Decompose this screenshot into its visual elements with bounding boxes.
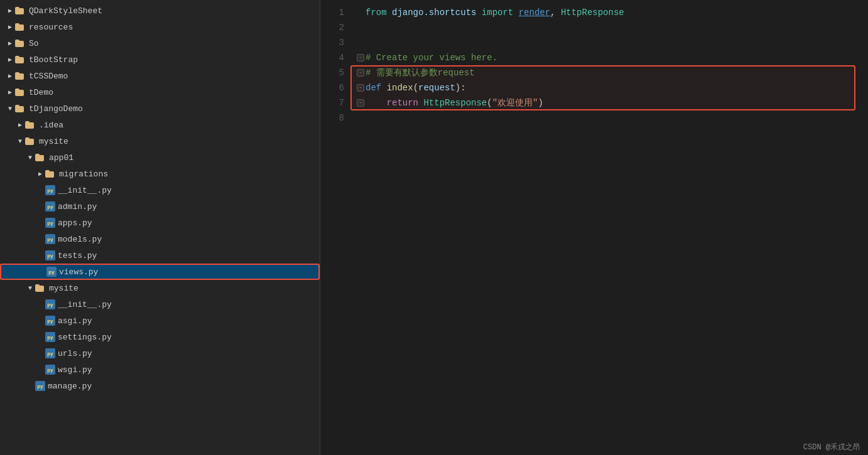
tree-item-migrations[interactable]: migrations bbox=[0, 166, 320, 182]
tree-arrow-So bbox=[5, 38, 15, 48]
py-icon-apps: py bbox=[45, 218, 55, 228]
tree-item-QDarkStyleSheet[interactable]: QDarkStyleSheet bbox=[0, 3, 320, 19]
line-number-1: 1 bbox=[320, 5, 344, 20]
folder-icon-migrations bbox=[45, 168, 57, 179]
token bbox=[366, 98, 387, 108]
tree-label-manage: manage.py bbox=[48, 382, 92, 391]
tree-arrow-migrations bbox=[35, 169, 45, 179]
fold-indicator-4[interactable]: - bbox=[357, 54, 364, 62]
tree-item-__init__mysite[interactable]: py__init__.py bbox=[0, 296, 320, 313]
tree-item-So[interactable]: So bbox=[0, 35, 320, 51]
folder-icon-tDemo bbox=[15, 87, 26, 98]
fold-indicator-5[interactable]: - bbox=[357, 69, 364, 77]
code-line-8 bbox=[357, 110, 868, 126]
line-number-5: 5 bbox=[320, 65, 344, 80]
line-number-8: 8 bbox=[320, 110, 344, 126]
py-icon-models: py bbox=[45, 234, 55, 244]
file-tree[interactable]: QDarkStyleSheetresourcesSotBootStraptCSS… bbox=[0, 0, 320, 455]
py-icon-settings: py bbox=[45, 332, 55, 342]
line-number-6: 6 bbox=[320, 80, 344, 95]
tree-label-mysite_root: mysite bbox=[39, 137, 68, 146]
tree-item-tests[interactable]: pytests.py bbox=[0, 247, 320, 264]
tree-label-tDemo: tDemo bbox=[29, 88, 53, 97]
folder-icon-tCSSDemo bbox=[15, 70, 26, 82]
py-icon-admin: py bbox=[45, 201, 55, 211]
code-line-3 bbox=[357, 35, 868, 50]
tree-label-tBootStrap: tBootStrap bbox=[29, 55, 78, 65]
folder-icon-idea bbox=[25, 119, 36, 131]
tree-item-models[interactable]: pymodels.py bbox=[0, 231, 320, 247]
tree-label-tCSSDemo: tCSSDemo bbox=[29, 72, 68, 81]
tree-label-models: models.py bbox=[58, 235, 102, 244]
tree-item-tBootStrap[interactable]: tBootStrap bbox=[0, 51, 320, 68]
tree-label-admin: admin.py bbox=[58, 202, 97, 211]
tree-label-__init__mysite: __init__.py bbox=[58, 300, 112, 309]
tree-item-urls[interactable]: pyurls.py bbox=[0, 345, 320, 361]
tree-arrow-app01 bbox=[25, 153, 35, 163]
token bbox=[476, 8, 481, 18]
token bbox=[381, 83, 386, 93]
tree-item-tDemo[interactable]: tDemo bbox=[0, 84, 320, 100]
tree-label-resources: resources bbox=[29, 23, 73, 32]
tree-label-__init__app: __init__.py bbox=[58, 186, 112, 195]
tree-item-admin[interactable]: pyadmin.py bbox=[0, 198, 320, 215]
token: HttpResponse bbox=[423, 98, 487, 108]
line-number-7: 7 bbox=[320, 95, 344, 110]
tree-item-tCSSDemo[interactable]: tCSSDemo bbox=[0, 68, 320, 84]
tree-item-asgi[interactable]: pyasgi.py bbox=[0, 313, 320, 329]
tree-item-mysite_root[interactable]: mysite bbox=[0, 133, 320, 149]
py-icon-tests: py bbox=[45, 250, 55, 260]
token: ) bbox=[538, 98, 543, 108]
folder-icon-So bbox=[15, 38, 26, 49]
token: ): bbox=[455, 83, 466, 93]
tree-label-So: So bbox=[29, 39, 39, 48]
code-line-2 bbox=[357, 20, 868, 35]
tree-label-urls: urls.py bbox=[58, 349, 92, 358]
tree-item-manage[interactable]: pymanage.py bbox=[0, 378, 320, 394]
tree-label-apps: apps.py bbox=[58, 218, 92, 228]
tree-label-asgi: asgi.py bbox=[58, 316, 92, 326]
code-area: 12345678 from django.shortcuts import re… bbox=[320, 0, 868, 455]
tree-label-tDjangoDemo: tDjangoDemo bbox=[29, 104, 83, 114]
tree-arrow-tDjangoDemo bbox=[5, 104, 15, 114]
tree-arrow-tDemo bbox=[5, 87, 15, 97]
tree-arrow-mysite_root bbox=[15, 136, 25, 146]
status-bar: CSDN @禾戌之昂 bbox=[796, 439, 868, 455]
py-icon-__init__app: py bbox=[45, 185, 55, 195]
token: from bbox=[366, 8, 387, 18]
folder-icon-QDarkStyleSheet bbox=[15, 5, 26, 16]
tree-item-settings[interactable]: pysettings.py bbox=[0, 329, 320, 345]
token: HttpResponse bbox=[561, 8, 624, 18]
tree-arrow-tBootStrap bbox=[5, 55, 15, 65]
tree-label-wsgi: wsgi.py bbox=[58, 365, 92, 375]
py-icon-__init__mysite: py bbox=[45, 299, 55, 309]
fold-indicator-7[interactable]: - bbox=[357, 99, 364, 107]
tree-item-app01[interactable]: app01 bbox=[0, 149, 320, 166]
code-line-4: -# Create your views here. bbox=[357, 50, 868, 65]
tree-item-tDjangoDemo[interactable]: tDjangoDemo bbox=[0, 100, 320, 117]
tree-item-apps[interactable]: pyapps.py bbox=[0, 215, 320, 231]
token: , bbox=[550, 8, 561, 18]
py-icon-wsgi: py bbox=[45, 365, 55, 375]
tree-item-wsgi[interactable]: pywsgi.py bbox=[0, 361, 320, 378]
tree-item-resources[interactable]: resources bbox=[0, 19, 320, 35]
tree-item-idea[interactable]: .idea bbox=[0, 117, 320, 133]
token: "欢迎使用" bbox=[492, 98, 538, 108]
tree-label-views: views.py bbox=[59, 267, 98, 277]
tree-item-views[interactable]: pyviews.py bbox=[0, 264, 320, 280]
fold-indicator-6[interactable]: - bbox=[357, 84, 364, 92]
py-icon-manage: py bbox=[35, 381, 45, 391]
tree-arrow-tCSSDemo bbox=[5, 71, 15, 81]
tree-label-migrations: migrations bbox=[59, 169, 108, 179]
tree-item-__init__app[interactable]: py__init__.py bbox=[0, 182, 320, 198]
token: # 需要有默认参数request bbox=[366, 68, 475, 78]
code-content: from django.shortcuts import render, Htt… bbox=[352, 5, 868, 450]
code-editor: 12345678 from django.shortcuts import re… bbox=[320, 0, 868, 455]
folder-icon-resources bbox=[15, 21, 26, 33]
line-numbers: 12345678 bbox=[320, 5, 352, 450]
tree-item-mysite_inner[interactable]: mysite bbox=[0, 280, 320, 296]
token: django.shortcuts bbox=[392, 8, 476, 18]
folder-icon-app01 bbox=[35, 152, 46, 163]
token: ( bbox=[487, 98, 492, 108]
tree-label-idea: .idea bbox=[39, 120, 63, 130]
